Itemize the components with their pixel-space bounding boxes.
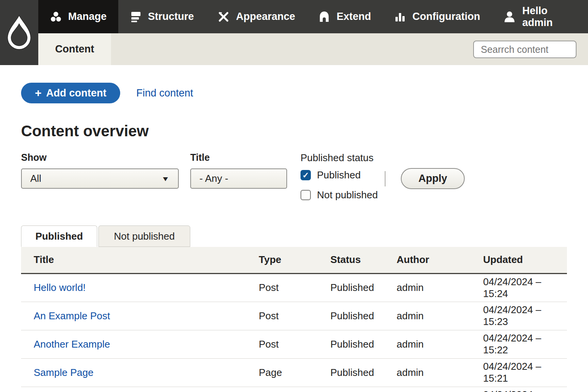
not-published-checkbox-label: Not published [317, 189, 378, 201]
table-row: An Example PostPostPublishedadmin04/24/2… [21, 302, 567, 330]
nav-item-label: Extend [336, 11, 371, 23]
extend-icon [318, 11, 330, 23]
plus-icon: + [35, 87, 42, 99]
header-author: Author [397, 247, 483, 273]
published-checkbox-label: Published [317, 169, 361, 181]
nav-item-label: Hello admin [522, 5, 577, 29]
row-updated: 04/24/2024 – 15:24 [483, 276, 541, 299]
header-row: Title Type Status Author Updated [21, 247, 567, 273]
title-input[interactable]: - Any - [190, 168, 287, 189]
row-title-link[interactable]: An Example Post [34, 310, 110, 322]
header-type: Type [259, 247, 330, 273]
page-title: Content overview [21, 122, 567, 140]
search-input[interactable] [473, 41, 577, 58]
content-tab[interactable]: Content [38, 33, 111, 65]
tab-label: Not published [114, 230, 175, 242]
published-checkbox-row[interactable]: ✓ Published [301, 169, 378, 181]
row-title-link[interactable]: Another Example [34, 338, 110, 350]
row-type: Page [259, 367, 282, 378]
nav-item-label: Structure [148, 11, 194, 23]
table-row: Sample PagePagePublishedadmin04/24/2024 … [21, 358, 567, 387]
nav-item-configuration[interactable]: Configuration [382, 0, 492, 33]
row-status: Published [330, 367, 374, 378]
check-icon: ✓ [302, 171, 309, 180]
row-status: Published [330, 310, 374, 322]
title-label: Title [190, 152, 287, 163]
chevron-down-icon: ▼ [161, 175, 170, 183]
filter-divider [385, 171, 385, 186]
drupal-drop-icon [4, 0, 34, 65]
tab-not-published[interactable]: Not published [98, 225, 190, 247]
header-status: Status [330, 247, 397, 273]
nav-item-extend[interactable]: Extend [307, 0, 382, 33]
content-table-head: Title Type Status Author Updated [21, 247, 567, 273]
tab-published[interactable]: Published [21, 225, 97, 247]
secondary-bar: Content [38, 33, 588, 65]
header-updated: Updated [483, 247, 567, 273]
table-row: WordPress MigrationPostPublishedadmin04/… [21, 387, 567, 392]
add-content-button[interactable]: + Add content [21, 83, 120, 103]
row-type: Post [259, 338, 279, 350]
apply-button[interactable]: Apply [401, 168, 465, 189]
row-status: Published [330, 282, 374, 293]
nav-item-user[interactable]: Hello admin [492, 0, 588, 33]
status-tabs: Published Not published [21, 225, 567, 247]
row-type: Post [259, 282, 279, 293]
add-content-label: Add content [46, 87, 106, 99]
row-updated: 04/24/2024 – 15:22 [483, 332, 541, 356]
row-updated: 04/24/2024 – 15:21 [483, 361, 541, 384]
tab-label: Published [35, 230, 83, 242]
filters-row: Show All ▼ Title - Any - Published statu… [21, 152, 567, 209]
row-author: admin [397, 367, 424, 378]
nav-item-appearance[interactable]: Appearance [206, 0, 307, 33]
nav-item-structure[interactable]: Structure [118, 0, 206, 33]
row-type: Post [259, 310, 279, 322]
show-select[interactable]: All ▼ [21, 168, 179, 189]
table-row: Another ExamplePostPublishedadmin04/24/2… [21, 330, 567, 358]
configuration-icon [394, 11, 406, 23]
row-title-link[interactable]: Sample Page [34, 367, 93, 378]
published-checkbox[interactable]: ✓ [301, 170, 311, 180]
filter-show: Show All ▼ [21, 152, 179, 189]
toolbar-nav: Manage Structure [38, 0, 588, 33]
content-table: Title Type Status Author Updated Hello w… [21, 247, 567, 392]
row-author: admin [397, 310, 424, 322]
not-published-checkbox-row[interactable]: Not published [301, 189, 378, 201]
row-updated: 04/24/2024 – 15:20 [483, 389, 541, 392]
content-table-body: Hello world!PostPublishedadmin04/24/2024… [21, 273, 567, 392]
main-content: + Add content Find content Content overv… [0, 65, 588, 392]
filter-title: Title - Any - [190, 152, 287, 189]
user-icon [503, 10, 516, 23]
row-status: Published [330, 338, 374, 350]
filter-status: Published status ✓ Published Not publish… [301, 152, 378, 209]
show-label: Show [21, 152, 179, 163]
status-label: Published status [301, 152, 378, 164]
nav-item-label: Configuration [412, 11, 480, 23]
admin-toolbar: Manage Structure [0, 0, 588, 33]
nav-item-label: Manage [68, 11, 107, 23]
appearance-icon [217, 10, 230, 23]
header-title: Title [21, 247, 259, 273]
nav-item-label: Appearance [236, 11, 296, 23]
row-updated: 04/24/2024 – 15:23 [483, 304, 541, 327]
row-author: admin [397, 338, 424, 350]
manage-icon [50, 11, 62, 23]
find-content-link[interactable]: Find content [136, 87, 193, 99]
drupal-logo[interactable] [0, 0, 38, 65]
row-author: admin [397, 282, 424, 293]
not-published-checkbox[interactable] [301, 190, 311, 200]
show-select-value: All [30, 173, 41, 185]
content-tab-label: Content [55, 43, 94, 55]
nav-item-manage[interactable]: Manage [38, 0, 118, 33]
row-title-link[interactable]: Hello world! [34, 282, 86, 293]
actions-row: + Add content Find content [21, 83, 567, 103]
structure-icon [130, 11, 142, 23]
table-row: Hello world!PostPublishedadmin04/24/2024… [21, 273, 567, 302]
drupal-admin-screen: Manage Structure [0, 0, 588, 392]
title-input-value: - Any - [199, 173, 228, 185]
